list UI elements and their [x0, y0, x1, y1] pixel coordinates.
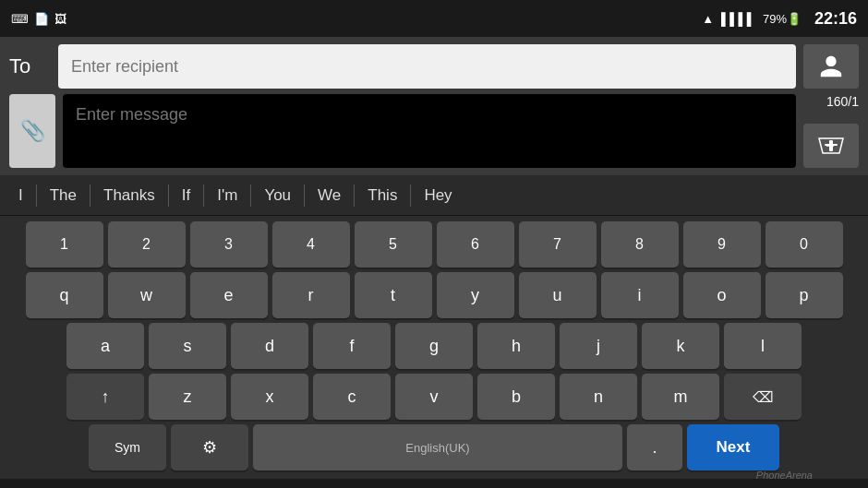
image-icon: 🖼 [54, 12, 66, 26]
key-5[interactable]: 5 [355, 221, 432, 268]
watermark: PhoneArena [756, 470, 813, 481]
shift-button[interactable]: ↑ [66, 374, 144, 420]
contact-button[interactable] [803, 44, 859, 89]
char-count: 160/1 [826, 94, 859, 109]
compose-area: To 📎 160/1 [0, 37, 868, 175]
divider [354, 184, 355, 207]
key-e[interactable]: e [190, 272, 268, 318]
bottom-row: Sym ⚙ English(UK) . Next [4, 424, 864, 470]
attach-button[interactable]: 📎 [9, 94, 55, 168]
file-icon: 📄 [34, 12, 49, 26]
battery-icon-shape: 🔋 [787, 12, 802, 26]
key-s[interactable]: s [149, 323, 226, 369]
key-u[interactable]: u [519, 272, 597, 318]
key-n[interactable]: n [560, 374, 637, 420]
key-m[interactable]: m [642, 374, 719, 420]
key-8[interactable]: 8 [601, 221, 679, 268]
key-f[interactable]: f [313, 323, 391, 369]
send-icon [817, 135, 845, 157]
keyboard-icon: ⌨ [11, 12, 29, 26]
suggestion-im[interactable]: I'm [206, 183, 248, 208]
send-button[interactable] [803, 124, 859, 168]
asdf-row: a s d f g h j k l [4, 323, 864, 369]
key-o[interactable]: o [683, 272, 761, 318]
divider [203, 184, 204, 207]
message-right: 160/1 [803, 94, 859, 168]
space-button[interactable]: English(UK) [253, 424, 622, 470]
key-9[interactable]: 9 [683, 221, 761, 268]
settings-button[interactable]: ⚙ [171, 424, 248, 470]
key-1[interactable]: 1 [26, 221, 103, 268]
key-j[interactable]: j [560, 323, 637, 369]
key-6[interactable]: 6 [437, 221, 514, 268]
svg-rect-1 [829, 140, 833, 151]
key-v[interactable]: v [395, 374, 473, 420]
message-input[interactable] [63, 94, 796, 168]
key-l[interactable]: l [724, 323, 802, 369]
key-q[interactable]: q [26, 272, 103, 318]
key-w[interactable]: w [108, 272, 186, 318]
key-x[interactable]: x [231, 374, 308, 420]
attach-icon: 📎 [20, 119, 45, 143]
number-row: 1 2 3 4 5 6 7 8 9 0 [4, 221, 864, 268]
key-z[interactable]: z [149, 374, 226, 420]
suggestion-hey[interactable]: Hey [413, 183, 463, 208]
keyboard: 1 2 3 4 5 6 7 8 9 0 q w e r t y u i o p … [0, 216, 868, 479]
suggestion-this[interactable]: This [356, 183, 408, 208]
divider [36, 184, 37, 207]
status-bar: ⌨ 📄 🖼 ▲ ▌▌▌▌ 79% 🔋 22:16 [0, 0, 868, 37]
suggestion-thanks[interactable]: Thanks [92, 183, 166, 208]
key-p[interactable]: p [766, 272, 843, 318]
key-7[interactable]: 7 [519, 221, 597, 268]
message-row: 📎 160/1 [9, 94, 859, 168]
divider [410, 184, 411, 207]
suggestion-if[interactable]: If [171, 183, 201, 208]
suggestion-you[interactable]: You [253, 183, 302, 208]
suggestion-i[interactable]: I [7, 183, 34, 208]
to-row: To [9, 44, 859, 89]
key-a[interactable]: a [66, 323, 144, 369]
zxcv-row: ↑ z x c v b n m ⌫ [4, 374, 864, 420]
key-2[interactable]: 2 [108, 221, 186, 268]
signal-icon: ▌▌▌▌ [721, 12, 755, 26]
sym-button[interactable]: Sym [89, 424, 166, 470]
contact-icon [818, 54, 844, 79]
key-h[interactable]: h [477, 323, 555, 369]
time-display: 22:16 [814, 9, 857, 29]
suggestion-we[interactable]: We [307, 183, 352, 208]
key-k[interactable]: k [642, 323, 719, 369]
period-button[interactable]: . [627, 424, 682, 470]
divider [304, 184, 305, 207]
divider [168, 184, 169, 207]
key-d[interactable]: d [231, 323, 308, 369]
key-b[interactable]: b [477, 374, 555, 420]
key-0[interactable]: 0 [766, 221, 843, 268]
key-4[interactable]: 4 [272, 221, 350, 268]
divider [90, 184, 90, 207]
key-y[interactable]: y [437, 272, 514, 318]
recipient-input[interactable] [58, 44, 796, 89]
suggestions-bar: I The Thanks If I'm You We This Hey [0, 175, 868, 216]
key-r[interactable]: r [272, 272, 350, 318]
battery-indicator: 79% 🔋 [763, 12, 802, 26]
to-label: To [9, 54, 51, 78]
delete-button[interactable]: ⌫ [724, 374, 802, 420]
battery-percent: 79% [763, 12, 787, 26]
next-button[interactable]: Next [687, 424, 779, 470]
divider [250, 184, 251, 207]
qwerty-row: q w e r t y u i o p [4, 272, 864, 318]
suggestion-the[interactable]: The [39, 183, 88, 208]
key-i[interactable]: i [601, 272, 679, 318]
key-t[interactable]: t [355, 272, 432, 318]
key-c[interactable]: c [313, 374, 391, 420]
key-3[interactable]: 3 [190, 221, 268, 268]
wifi-icon: ▲ [702, 12, 714, 26]
key-g[interactable]: g [395, 323, 473, 369]
